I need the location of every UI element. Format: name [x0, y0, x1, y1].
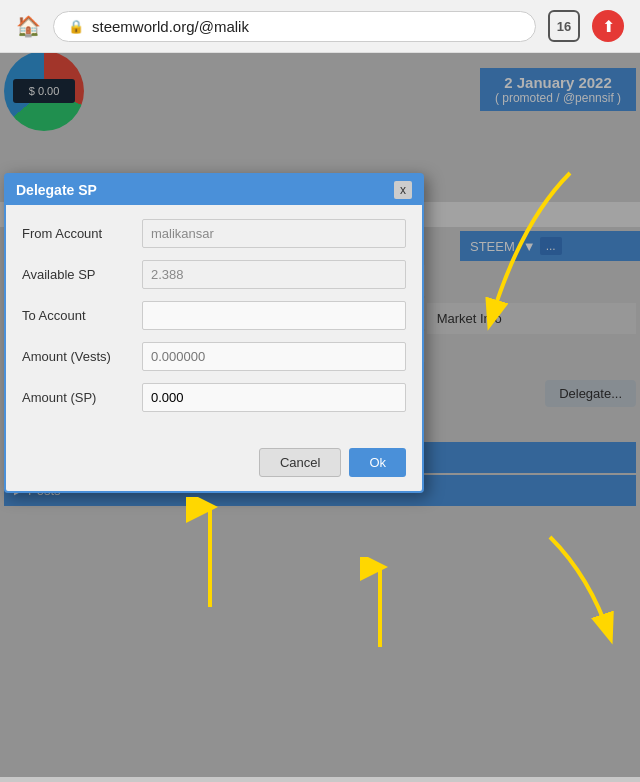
dialog-title: Delegate SP: [16, 182, 97, 198]
label-amount-sp: Amount (SP): [22, 390, 142, 405]
input-amount-sp[interactable]: [142, 383, 406, 412]
notification-button[interactable]: ⬆: [592, 10, 624, 42]
input-amount-vests[interactable]: [142, 342, 406, 371]
input-to-account[interactable]: [142, 301, 406, 330]
tab-count[interactable]: 16: [548, 10, 580, 42]
form-row-amount-vests: Amount (Vests): [22, 342, 406, 371]
form-row-amount-sp: Amount (SP): [22, 383, 406, 412]
browser-bar: 🏠 🔒 steemworld.org/@malik 16 ⬆: [0, 0, 640, 53]
url-bar[interactable]: 🔒 steemworld.org/@malik: [53, 11, 536, 42]
label-from-account: From Account: [22, 226, 142, 241]
cancel-button[interactable]: Cancel: [259, 448, 341, 477]
form-row-from-account: From Account: [22, 219, 406, 248]
home-icon[interactable]: 🏠: [16, 14, 41, 38]
label-available-sp: Available SP: [22, 267, 142, 282]
delegate-sp-dialog: Delegate SP x From Account Available SP …: [4, 173, 424, 493]
dialog-overlay: Delegate SP x From Account Available SP …: [0, 53, 640, 777]
label-amount-vests: Amount (Vests): [22, 349, 142, 364]
dialog-close-button[interactable]: x: [394, 181, 412, 199]
dialog-header: Delegate SP x: [6, 175, 422, 205]
label-to-account: To Account: [22, 308, 142, 323]
input-available-sp: [142, 260, 406, 289]
form-row-to-account: To Account: [22, 301, 406, 330]
form-row-available-sp: Available SP: [22, 260, 406, 289]
dialog-body: From Account Available SP To Account Amo…: [6, 205, 422, 438]
input-from-account[interactable]: [142, 219, 406, 248]
lock-icon: 🔒: [68, 19, 84, 34]
ok-button[interactable]: Ok: [349, 448, 406, 477]
page-content: $ 0.00 2 January 2022 ( promoted / @penn…: [0, 53, 640, 777]
url-text: steemworld.org/@malik: [92, 18, 249, 35]
dialog-footer: Cancel Ok: [6, 438, 422, 491]
